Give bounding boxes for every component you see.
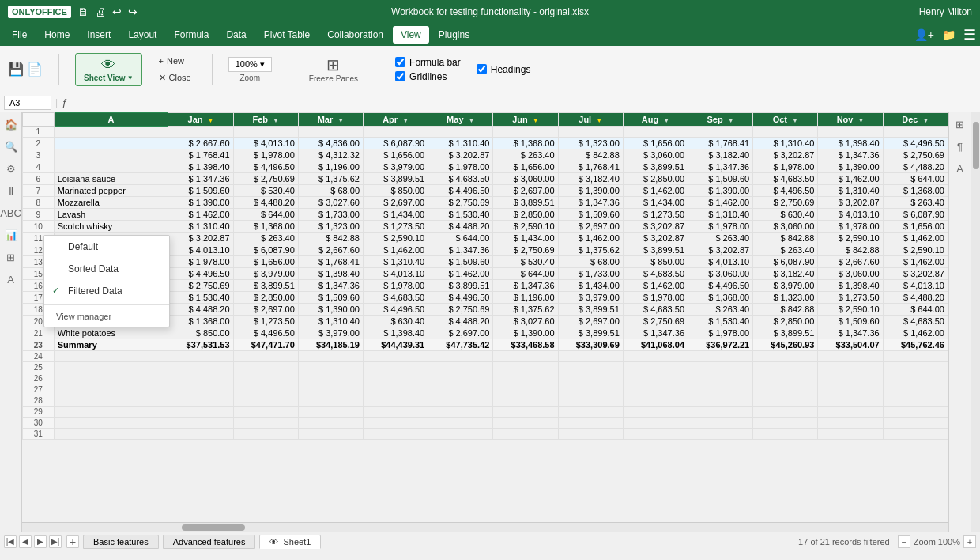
menu-plugins[interactable]: Plugins xyxy=(431,26,477,44)
cell-7-e[interactable]: $ 850.00 xyxy=(364,185,428,197)
cell-4-m[interactable]: $ 4,488.20 xyxy=(883,161,948,173)
cell-21-d[interactable]: $ 3,979.00 xyxy=(298,327,363,339)
cell-15-c[interactable]: $ 3,979.00 xyxy=(233,268,298,280)
cell-2-d[interactable]: $ 4,836.00 xyxy=(298,138,363,149)
cell-15-d[interactable]: $ 1,398.40 xyxy=(298,268,363,280)
cell-12-l[interactable]: $ 842.88 xyxy=(818,244,883,256)
cell-4-l[interactable]: $ 1,390.00 xyxy=(818,161,883,173)
cell-15-g[interactable]: $ 644.00 xyxy=(493,268,558,280)
formula-bar-checkbox[interactable] xyxy=(395,57,405,67)
cell-15-l[interactable]: $ 3,060.00 xyxy=(818,268,883,280)
cell-6-g[interactable]: $ 3,060.00 xyxy=(493,173,558,185)
cell-20-k[interactable]: $ 2,850.00 xyxy=(753,316,818,327)
cell-8-a[interactable]: Mozzarella xyxy=(54,197,168,209)
save-btn[interactable]: 🗎 xyxy=(77,6,89,18)
add-sheet-button[interactable]: + xyxy=(66,535,79,548)
cell-3-e[interactable]: $ 1,656.00 xyxy=(364,149,428,161)
cell-10-f[interactable]: $ 4,488.20 xyxy=(428,221,493,233)
cell-16-e[interactable]: $ 1,978.00 xyxy=(364,280,428,292)
cell-4-e[interactable]: $ 3,979.00 xyxy=(364,161,428,173)
cell-12-m[interactable]: $ 2,590.10 xyxy=(883,244,948,256)
cell-9-b[interactable]: $ 1,462.00 xyxy=(168,209,233,221)
cell-7-f[interactable]: $ 4,496.50 xyxy=(428,185,493,197)
cell-11-c[interactable]: $ 263.40 xyxy=(233,233,298,244)
cell-2-m[interactable]: $ 4,496.50 xyxy=(883,138,948,149)
cell-8-l[interactable]: $ 3,202.87 xyxy=(818,197,883,209)
cell-7-m[interactable]: $ 1,368.00 xyxy=(883,185,948,197)
cell-18-e[interactable]: $ 4,496.50 xyxy=(364,304,428,316)
cell-13-i[interactable]: $ 850.00 xyxy=(623,256,688,268)
sidebar-settings-icon[interactable]: ⚙ xyxy=(3,161,19,176)
window-controls[interactable]: 🗎 🖨 ↩ ↪ xyxy=(77,6,138,18)
undo-btn[interactable]: ↩ xyxy=(112,6,122,18)
cell-16-l[interactable]: $ 1,398.40 xyxy=(818,280,883,292)
cell-3-a[interactable] xyxy=(54,149,168,161)
cell-11-g[interactable]: $ 1,434.00 xyxy=(493,233,558,244)
cell-12-f[interactable]: $ 1,347.36 xyxy=(428,244,493,256)
cell-3-g[interactable]: $ 263.40 xyxy=(493,149,558,161)
cell-6-f[interactable]: $ 4,683.50 xyxy=(428,173,493,185)
cell-20-j[interactable]: $ 1,530.40 xyxy=(688,316,753,327)
cell-2-f[interactable]: $ 1,310.40 xyxy=(428,138,493,149)
cell-21-g[interactable]: $ 1,390.00 xyxy=(493,327,558,339)
cell-15-m[interactable]: $ 3,202.87 xyxy=(883,268,948,280)
cell-17-j[interactable]: $ 1,368.00 xyxy=(688,292,753,304)
cell-6-a[interactable]: Loisiana sauce xyxy=(54,173,168,185)
cell-11-e[interactable]: $ 2,590.10 xyxy=(364,233,428,244)
cell-3-b[interactable]: $ 1,768.41 xyxy=(168,149,233,161)
cell-11-h[interactable]: $ 1,462.00 xyxy=(558,233,623,244)
col-header-M[interactable]: Dec ▼ xyxy=(883,113,948,127)
cell-4-f[interactable]: $ 1,978.00 xyxy=(428,161,493,173)
cell-2-b[interactable]: $ 2,667.60 xyxy=(168,138,233,149)
sheet-view-button[interactable]: 👁 Sheet View ▼ xyxy=(75,53,142,86)
cell-4-g[interactable]: $ 1,656.00 xyxy=(493,161,558,173)
cell-8-j[interactable]: $ 1,462.00 xyxy=(688,197,753,209)
menu-collaboration[interactable]: Collaboration xyxy=(319,26,391,44)
cell-13-c[interactable]: $ 1,656.00 xyxy=(233,256,298,268)
cell-13-g[interactable]: $ 530.40 xyxy=(493,256,558,268)
cell-18-l[interactable]: $ 2,590.10 xyxy=(818,304,883,316)
new-icon[interactable]: 📄 xyxy=(27,62,43,77)
cell-20-g[interactable]: $ 3,027.60 xyxy=(493,316,558,327)
cell-8-d[interactable]: $ 3,027.60 xyxy=(298,197,363,209)
cell-13-m[interactable]: $ 1,462.00 xyxy=(883,256,948,268)
cell-1-b[interactable] xyxy=(168,127,233,138)
cell-1-a[interactable] xyxy=(54,127,168,138)
col-header-A[interactable]: A xyxy=(54,113,168,127)
cell-15-i[interactable]: $ 4,683.50 xyxy=(623,268,688,280)
cell-16-d[interactable]: $ 1,347.36 xyxy=(298,280,363,292)
save-icon[interactable]: 💾 xyxy=(8,62,24,77)
cell-10-m[interactable]: $ 1,656.00 xyxy=(883,221,948,233)
cell-3-m[interactable]: $ 2,750.69 xyxy=(883,149,948,161)
cell-20-l[interactable]: $ 1,509.60 xyxy=(818,316,883,327)
col-header-K[interactable]: Oct ▼ xyxy=(753,113,818,127)
cell-21-j[interactable]: $ 1,978.00 xyxy=(688,327,753,339)
cell-13-b[interactable]: $ 1,978.00 xyxy=(168,256,233,268)
cell-21-e[interactable]: $ 1,398.40 xyxy=(364,327,428,339)
cell-8-k[interactable]: $ 2,750.69 xyxy=(753,197,818,209)
sidebar-chart-icon[interactable]: 📊 xyxy=(3,227,19,243)
redo-btn[interactable]: ↪ xyxy=(128,6,138,18)
cell-21-a[interactable]: White potatoes xyxy=(54,327,168,339)
cell-20-e[interactable]: $ 630.40 xyxy=(364,316,428,327)
cell-10-a[interactable]: Scotch whisky xyxy=(54,221,168,233)
cell-2-i[interactable]: $ 1,656.00 xyxy=(623,138,688,149)
col-header-C[interactable]: Feb ▼ xyxy=(233,113,298,127)
cell-6-b[interactable]: $ 1,347.36 xyxy=(168,173,233,185)
cell-18-d[interactable]: $ 1,390.00 xyxy=(298,304,363,316)
cell-7-k[interactable]: $ 4,496.50 xyxy=(753,185,818,197)
cell-13-f[interactable]: $ 1,509.60 xyxy=(428,256,493,268)
cell-3-d[interactable]: $ 4,312.32 xyxy=(298,149,363,161)
cell-8-h[interactable]: $ 1,347.36 xyxy=(558,197,623,209)
col-header-F[interactable]: May ▼ xyxy=(428,113,493,127)
cell-7-h[interactable]: $ 1,390.00 xyxy=(558,185,623,197)
cell-11-b[interactable]: $ 3,202.87 xyxy=(168,233,233,244)
cell-1-k[interactable] xyxy=(753,127,818,138)
cell-3-c[interactable]: $ 1,978.00 xyxy=(233,149,298,161)
sidebar-home-icon[interactable]: 🏠 xyxy=(3,116,19,132)
print-btn[interactable]: 🖨 xyxy=(95,6,106,18)
cell-15-j[interactable]: $ 3,060.00 xyxy=(688,268,753,280)
cell-7-d[interactable]: $ 68.00 xyxy=(298,185,363,197)
cell-2-g[interactable]: $ 1,368.00 xyxy=(493,138,558,149)
cell-18-g[interactable]: $ 1,375.62 xyxy=(493,304,558,316)
